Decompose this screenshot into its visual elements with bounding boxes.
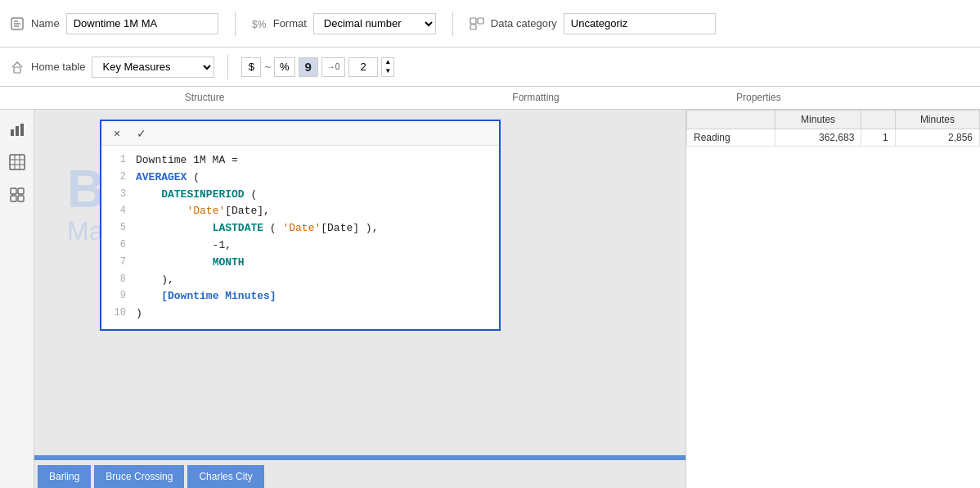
format-icon: $% (252, 16, 267, 31)
svg-rect-7 (16, 126, 19, 136)
table-row: Reading 362,683 1 2,856 (687, 129, 980, 147)
format-group: $% Format Decimal number (252, 13, 436, 34)
svg-rect-16 (11, 196, 16, 201)
code-line-3: 3 DATESINPERIOD ( (101, 187, 499, 204)
progress-bar (34, 455, 686, 460)
content-area: B Man × ✓ 1 Downtime 1M MA = 2 AVERAGEX … (34, 110, 686, 488)
line-num-10: 10 (108, 305, 126, 321)
line-num-8: 8 (108, 272, 126, 287)
row-label: Reading (687, 129, 775, 147)
line-text-6: -1, (136, 237, 232, 255)
code-cancel-button[interactable]: × (108, 124, 126, 142)
spinner-down[interactable]: ▼ (382, 67, 393, 76)
sidebar-chart-icon[interactable] (4, 116, 30, 142)
format-buttons: $ ~ % 9 →0 ▲ ▼ (241, 57, 394, 77)
sidebar-table-icon[interactable] (4, 149, 30, 175)
line-num-6: 6 (108, 237, 126, 253)
line-num-2: 2 (108, 169, 126, 185)
section-properties-label: Properties (720, 92, 980, 105)
line-text-10: ) (136, 305, 142, 323)
tab-bruce-crossing[interactable]: Bruce Crossing (94, 465, 184, 488)
section-formatting-label: Formatting (352, 92, 720, 105)
code-line-8: 8 ), (101, 272, 499, 289)
data-category-icon (470, 16, 484, 31)
line-num-1: 1 (108, 152, 126, 168)
sidebar-layers-icon[interactable] (4, 182, 30, 208)
line-text-1: Downtime 1M MA = (136, 152, 238, 169)
percent-button[interactable]: % (274, 57, 295, 77)
home-table-label: Home table (31, 61, 85, 73)
code-line-10: 10 ) (101, 305, 499, 323)
divider1 (235, 11, 236, 36)
sidebar (0, 110, 34, 488)
tab-barling[interactable]: Barling (38, 465, 91, 488)
code-line-5: 5 LASTDATE ( 'Date'[Date] ), (101, 220, 499, 237)
row-val3: 2,856 (895, 129, 979, 147)
bottom-tabs: Barling Bruce Crossing Charles City (34, 460, 686, 488)
data-category-input[interactable] (564, 13, 716, 34)
col-header-name (687, 111, 775, 129)
svg-rect-6 (11, 129, 14, 136)
section-structure-label: Structure (0, 92, 352, 105)
home-icon (10, 60, 25, 75)
line-text-2: AVERAGEX ( (136, 169, 200, 187)
col-header-minutes2: Minutes (895, 111, 979, 129)
svg-rect-14 (11, 188, 16, 194)
decimal-places-input[interactable] (348, 57, 378, 77)
svg-rect-17 (18, 196, 24, 201)
format-select[interactable]: Decimal number (313, 13, 436, 34)
divider3 (227, 55, 228, 79)
code-line-1: 1 Downtime 1M MA = (101, 152, 499, 169)
name-input[interactable] (66, 13, 218, 34)
svg-rect-5 (14, 67, 20, 73)
line-num-5: 5 (108, 220, 126, 236)
code-line-7: 7 MONTH (101, 255, 499, 272)
toolbar-row1: Name $% Format Decimal number Data categ… (0, 0, 980, 47)
dollar-button[interactable]: $ (241, 57, 261, 77)
format-label: Format (273, 17, 307, 29)
svg-rect-4 (470, 25, 476, 29)
right-panel: Minutes Minutes Reading 362,683 1 2,856 (686, 110, 980, 488)
code-toolbar: × ✓ (101, 121, 499, 146)
code-line-2: 2 AVERAGEX ( (101, 169, 499, 187)
line-text-9: [Downtime Minutes] (136, 288, 276, 305)
name-group: Name (10, 13, 218, 34)
arrow-button[interactable]: →0 (321, 57, 346, 77)
decimal-spinner[interactable]: ▲ ▼ (381, 57, 394, 77)
line-num-3: 3 (108, 187, 126, 202)
code-editor-panel: × ✓ 1 Downtime 1M MA = 2 AVERAGEX ( 3 DA… (100, 120, 501, 331)
svg-rect-3 (478, 18, 483, 24)
row-val1: 362,683 (775, 129, 861, 147)
data-category-group: Data category (470, 13, 716, 34)
home-table-group: Home table Key Measures (10, 56, 214, 78)
data-category-label: Data category (491, 17, 557, 29)
data-table: Minutes Minutes Reading 362,683 1 2,856 (686, 110, 980, 147)
name-label: Name (31, 17, 60, 29)
main-area: B Man × ✓ 1 Downtime 1M MA = 2 AVERAGEX … (0, 110, 980, 488)
code-line-9: 9 [Downtime Minutes] (101, 288, 499, 305)
code-line-4: 4 'Date'[Date], (101, 203, 499, 220)
svg-rect-8 (20, 124, 24, 136)
section-labels-row: Structure Formatting Properties (0, 87, 980, 110)
tilde-sep: ~ (264, 61, 271, 73)
name-icon (10, 16, 25, 31)
home-table-select[interactable]: Key Measures (92, 56, 214, 78)
line-text-7: MONTH (136, 255, 245, 272)
svg-rect-15 (18, 188, 24, 194)
row-val2: 1 (861, 129, 895, 147)
line-text-4: 'Date'[Date], (136, 203, 270, 220)
svg-rect-9 (10, 155, 25, 169)
col-header-empty (861, 111, 895, 129)
line-text-8: ), (136, 272, 174, 289)
code-line-6: 6 -1, (101, 237, 499, 255)
line-text-3: DATESINPERIOD ( (136, 187, 257, 204)
svg-rect-2 (470, 18, 476, 24)
code-confirm-button[interactable]: ✓ (133, 124, 151, 142)
line-num-7: 7 (108, 255, 126, 270)
tab-charles-city[interactable]: Charles City (187, 465, 263, 488)
svg-text:$%: $% (252, 19, 267, 30)
spinner-up[interactable]: ▲ (382, 58, 393, 67)
line-num-9: 9 (108, 288, 126, 304)
code-content: 1 Downtime 1M MA = 2 AVERAGEX ( 3 DATESI… (101, 146, 499, 329)
comma-button[interactable]: 9 (299, 57, 318, 77)
